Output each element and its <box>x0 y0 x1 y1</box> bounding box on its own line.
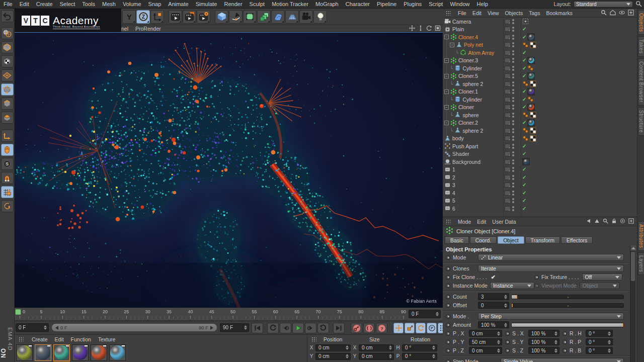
render-region-button[interactable] <box>183 10 196 24</box>
phong-tag-icon[interactable] <box>522 112 529 118</box>
object-row-3[interactable]: 3✓ <box>443 182 637 190</box>
play-button[interactable] <box>292 323 304 333</box>
tab-object[interactable]: Object <box>498 236 524 244</box>
viewport-3d[interactable]: © Fabian Aerts <box>15 32 443 308</box>
visibility-dots[interactable] <box>512 183 514 188</box>
object-row-body[interactable]: body <box>443 135 637 143</box>
stepper-icon[interactable] <box>496 348 500 353</box>
layer-toggle[interactable] <box>505 206 511 211</box>
visibility-dots[interactable] <box>512 27 514 32</box>
circle-z-button[interactable]: Z <box>136 10 150 24</box>
layer-toggle[interactable] <box>505 50 511 55</box>
stepper-icon[interactable] <box>553 331 557 336</box>
visibility-dots[interactable] <box>512 19 514 24</box>
visibility-dots[interactable] <box>512 35 514 40</box>
animation-dot[interactable] <box>534 275 539 280</box>
material-menu-function[interactable]: Function <box>71 336 91 342</box>
texture-tag-icon[interactable] <box>530 127 536 134</box>
layer-toggle[interactable] <box>505 66 511 71</box>
tab-coord[interactable]: Coord. <box>470 236 497 244</box>
tab-effectors[interactable]: Effectors <box>561 236 593 244</box>
layer-toggle[interactable] <box>505 97 511 102</box>
frame-number-field[interactable]: 0 F <box>16 323 49 332</box>
object-manager-menu-file[interactable]: File <box>458 10 466 16</box>
object-row-cylinder[interactable]: └Cylinder✓ <box>443 64 637 72</box>
animation-dot[interactable] <box>446 255 450 260</box>
object-row-cloner-3[interactable]: −Cloner.3✓ <box>443 57 637 65</box>
grip-icon[interactable] <box>19 337 24 342</box>
texture-tag-icon[interactable] <box>530 80 536 87</box>
field-amount[interactable]: 100 % <box>478 321 509 328</box>
range-right-arrow-icon[interactable] <box>210 326 213 330</box>
grip-icon[interactable] <box>311 337 316 342</box>
menu-script[interactable]: Script <box>425 0 446 9</box>
lock-workplane-button[interactable] <box>1 186 14 198</box>
menu-edit[interactable]: Edit <box>16 0 33 9</box>
slider-track[interactable] <box>511 323 624 327</box>
material-swatch-4[interactable] <box>72 344 89 361</box>
points-mode-button[interactable] <box>1 83 14 96</box>
undo-button[interactable] <box>1 10 14 22</box>
stepper-icon[interactable] <box>553 348 557 353</box>
animation-dot[interactable] <box>446 314 450 319</box>
dropdown-stepmode[interactable]: Single Value <box>501 358 624 362</box>
stepper-icon[interactable] <box>434 312 439 316</box>
animation-dot[interactable] <box>446 295 450 299</box>
slider-track[interactable] <box>511 295 624 299</box>
menu-simulate[interactable]: Simulate <box>192 0 221 9</box>
menu-tools[interactable]: Tools <box>78 0 99 9</box>
expand-toggle-icon[interactable]: − <box>444 89 449 94</box>
animation-dot[interactable] <box>446 348 450 353</box>
expand-toggle-icon[interactable]: − <box>444 74 449 78</box>
layer-toggle[interactable] <box>505 175 511 180</box>
stepper-icon[interactable] <box>431 345 435 350</box>
stepper-icon[interactable] <box>503 295 507 299</box>
phong-tag-icon[interactable] <box>522 42 529 48</box>
eye-icon[interactable] <box>619 10 625 17</box>
animation-dot[interactable] <box>534 284 539 288</box>
material-tag[interactable] <box>527 72 535 80</box>
stepper-icon[interactable] <box>553 340 557 344</box>
object-row-4[interactable]: 4✓ <box>443 189 637 197</box>
menu-window[interactable]: Window <box>446 0 473 9</box>
stepper-icon[interactable] <box>243 325 247 330</box>
letter-y-button[interactable]: Y <box>122 10 136 24</box>
material-tag[interactable] <box>527 104 535 111</box>
tab-transform[interactable]: Transform <box>525 236 560 244</box>
layer-toggle[interactable] <box>505 198 511 203</box>
layer-toggle[interactable] <box>505 144 511 149</box>
rotate-icon[interactable] <box>426 25 432 32</box>
dropdown-clones[interactable]: Iterate <box>478 265 624 272</box>
key-parameter-button[interactable]: P <box>427 323 437 333</box>
object-row-1[interactable]: 1✓ <box>443 166 637 174</box>
layer-toggle[interactable] <box>505 128 511 133</box>
menu-mograph[interactable]: MoGraph <box>312 0 342 9</box>
visibility-dots[interactable] <box>512 105 514 110</box>
visibility-dots[interactable] <box>512 113 514 118</box>
snap-toggle-button[interactable]: S <box>1 158 14 170</box>
object-manager-menu-objects[interactable]: Objects <box>505 10 523 16</box>
animation-dot[interactable] <box>446 303 450 308</box>
back-icon[interactable] <box>586 218 591 225</box>
coordinate-field-y[interactable]: 0 cm <box>315 353 351 360</box>
visibility-dots[interactable] <box>512 175 514 180</box>
loop-forward-button[interactable] <box>317 323 329 333</box>
material-menu-edit[interactable]: Edit <box>55 336 64 342</box>
floor-button[interactable] <box>285 10 299 24</box>
tab-basic[interactable]: Basic <box>445 236 469 244</box>
layer-toggle[interactable] <box>505 151 511 156</box>
visibility-dots[interactable] <box>512 136 514 141</box>
home-icon[interactable] <box>610 10 616 17</box>
stepper-icon[interactable] <box>344 345 349 350</box>
phong-tag-icon[interactable] <box>527 65 534 71</box>
field-sz[interactable]: 100 % <box>528 347 559 354</box>
phong-tag-icon[interactable] <box>522 127 529 134</box>
prev-key-button[interactable] <box>280 323 291 333</box>
slider-track[interactable] <box>511 303 624 308</box>
add-panel-icon[interactable] <box>628 10 634 17</box>
object-manager-menu-bookmarks[interactable]: Bookmarks <box>546 10 573 16</box>
dropdown-mode[interactable]: Linear <box>478 254 624 261</box>
dolly-icon[interactable] <box>418 25 424 32</box>
render-view-button[interactable] <box>169 10 182 24</box>
panel-tab-takes[interactable]: Takes <box>638 36 644 57</box>
